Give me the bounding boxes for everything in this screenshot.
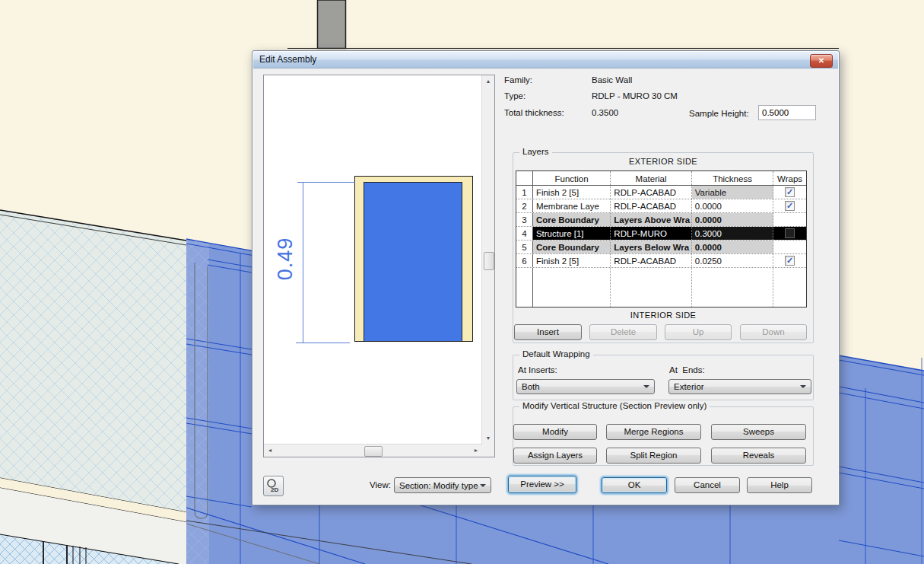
layer-cell[interactable]: 3 bbox=[516, 213, 533, 226]
dialog-titlebar[interactable]: Edit Assembly ✕ bbox=[253, 52, 838, 69]
modify-vertical-group: Modify Vertical Structure (Section Previ… bbox=[513, 406, 814, 466]
layer-cell[interactable]: 2 bbox=[516, 199, 533, 212]
layer-cell[interactable]: 0.0000 bbox=[692, 213, 773, 226]
sample-height-label: Sample Height: bbox=[689, 109, 749, 118]
type-label: Type: bbox=[504, 91, 526, 100]
split-region-button[interactable]: Split Region bbox=[606, 448, 701, 464]
delete-button[interactable]: Delete bbox=[589, 324, 657, 340]
layer-cell[interactable]: RDLP-MURO bbox=[611, 227, 691, 240]
scroll-right-icon[interactable]: ► bbox=[470, 445, 482, 457]
dimension-line bbox=[303, 182, 303, 343]
layer-cell[interactable]: 0.3000 bbox=[692, 227, 773, 240]
total-thickness-label: Total thickness: bbox=[504, 108, 564, 117]
up-button[interactable]: Up bbox=[665, 324, 732, 340]
wraps-checkbox-dark[interactable] bbox=[785, 228, 795, 238]
edit-assembly-dialog: Edit Assembly ✕ 0.49 ▲ ▼ ◄ ► bbox=[252, 50, 840, 505]
layer-cell[interactable]: Membrane Laye bbox=[533, 199, 611, 212]
sample-height-input[interactable] bbox=[758, 105, 816, 120]
header-material: Material bbox=[611, 171, 691, 185]
wraps-cell[interactable] bbox=[773, 213, 806, 226]
preview-wall-core-layer bbox=[364, 182, 462, 341]
sweeps-button[interactable]: Sweeps bbox=[711, 424, 806, 440]
chevron-down-icon bbox=[800, 385, 806, 388]
layer-cell[interactable]: RDLP-ACABAD bbox=[611, 199, 691, 212]
wraps-cell[interactable]: ✓ bbox=[773, 186, 806, 199]
preview-2d-button[interactable]: 2D bbox=[263, 476, 284, 496]
layer-cell[interactable]: 0.0000 bbox=[692, 241, 773, 253]
layers-table-header: Function Material Thickness Wraps bbox=[516, 171, 806, 186]
family-label: Family: bbox=[504, 75, 532, 84]
preview-horizontal-scrollbar[interactable]: ◄ ► bbox=[264, 444, 482, 457]
layer-row-5[interactable]: 5Core BoundaryLayers Below Wra0.0000 bbox=[516, 241, 806, 254]
layer-cell[interactable]: Finish 2 [5] bbox=[533, 186, 611, 199]
wraps-cell[interactable]: ✓ bbox=[773, 254, 806, 267]
layer-cell[interactable]: RDLP-ACABAD bbox=[611, 254, 691, 267]
insert-button[interactable]: Insert bbox=[514, 324, 582, 340]
header-function: Function bbox=[533, 171, 611, 185]
preview-wall-finish-layer bbox=[354, 176, 473, 342]
merge-regions-button[interactable]: Merge Regions bbox=[606, 424, 701, 440]
layer-row-2[interactable]: 2Membrane LayeRDLP-ACABAD0.0000✓ bbox=[516, 199, 806, 213]
layer-cell[interactable]: 4 bbox=[516, 227, 533, 240]
at-inserts-combo[interactable]: Both bbox=[516, 379, 655, 394]
layer-row-1[interactable]: 1Finish 2 [5]RDLP-ACABADVariable✓ bbox=[516, 186, 806, 199]
layer-cell[interactable]: 0.0250 bbox=[692, 254, 773, 267]
dimension-tick-top bbox=[297, 182, 355, 183]
layer-cell[interactable]: Layers Below Wra bbox=[611, 241, 691, 253]
reveals-button[interactable]: Reveals bbox=[711, 448, 806, 464]
wraps-checkbox-checked[interactable]: ✓ bbox=[785, 187, 795, 197]
layer-cell[interactable]: RDLP-ACABAD bbox=[611, 186, 691, 199]
revit-screen: Edit Assembly ✕ 0.49 ▲ ▼ ◄ ► bbox=[0, 0, 924, 564]
cancel-button[interactable]: Cancel bbox=[675, 477, 740, 493]
default-wrapping-group: Default Wrapping At Inserts: Both At End… bbox=[513, 355, 814, 400]
layer-cell[interactable]: 5 bbox=[516, 241, 533, 253]
scroll-up-icon[interactable]: ▲ bbox=[482, 75, 494, 88]
horizontal-scroll-thumb[interactable] bbox=[364, 446, 383, 457]
interior-side-label: INTERIOR SIDE bbox=[513, 311, 813, 320]
header-num bbox=[516, 171, 533, 185]
wraps-cell[interactable]: ✓ bbox=[773, 199, 806, 212]
section-preview-pane[interactable]: 0.49 ▲ ▼ ◄ ► bbox=[263, 75, 495, 457]
scroll-down-icon[interactable]: ▼ bbox=[482, 432, 494, 445]
chevron-down-icon bbox=[643, 385, 649, 388]
down-button[interactable]: Down bbox=[740, 324, 807, 340]
layer-row-6[interactable]: 6Finish 2 [5]RDLP-ACABAD0.0250✓ bbox=[516, 254, 806, 268]
at-ends-label: At Ends: bbox=[669, 365, 705, 374]
view-combo[interactable]: Section: Modify type bbox=[394, 477, 491, 493]
layers-group: Layers EXTERIOR SIDE Function Material T… bbox=[513, 152, 814, 343]
layer-cell[interactable]: 0.0000 bbox=[692, 199, 773, 212]
header-wraps: Wraps bbox=[773, 171, 806, 185]
default-wrapping-label: Default Wrapping bbox=[519, 349, 593, 358]
wraps-checkbox-checked[interactable]: ✓ bbox=[785, 201, 795, 211]
modify-vertical-label: Modify Vertical Structure (Section Previ… bbox=[519, 401, 710, 410]
layer-cell[interactable]: Core Boundary bbox=[533, 241, 611, 253]
exterior-side-label: EXTERIOR SIDE bbox=[513, 157, 813, 166]
at-ends-combo[interactable]: Exterior bbox=[668, 379, 811, 394]
close-icon[interactable]: ✕ bbox=[810, 54, 833, 68]
wraps-checkbox-checked[interactable]: ✓ bbox=[785, 256, 795, 266]
layer-row-3[interactable]: 3Core BoundaryLayers Above Wra0.0000 bbox=[516, 213, 806, 227]
layer-cell[interactable]: Structure [1] bbox=[533, 227, 611, 240]
layer-cell[interactable]: Layers Above Wra bbox=[611, 213, 691, 226]
wraps-cell[interactable] bbox=[773, 227, 806, 240]
wraps-cell[interactable] bbox=[773, 241, 806, 253]
layer-cell[interactable]: Core Boundary bbox=[533, 213, 611, 226]
dialog-title: Edit Assembly bbox=[259, 54, 316, 65]
layers-table-filler bbox=[516, 268, 806, 307]
layer-cell[interactable]: Finish 2 [5] bbox=[533, 254, 611, 267]
layer-cell[interactable]: 6 bbox=[516, 254, 533, 267]
scroll-left-icon[interactable]: ◄ bbox=[264, 445, 276, 457]
modify-button[interactable]: Modify bbox=[513, 424, 597, 440]
preview-vertical-scrollbar[interactable]: ▲ ▼ bbox=[481, 75, 494, 445]
layer-cell[interactable]: 1 bbox=[516, 186, 533, 199]
dimension-value: 0.49 bbox=[274, 213, 297, 304]
layer-cell[interactable]: Variable bbox=[692, 186, 773, 199]
at-ends-value: Exterior bbox=[674, 382, 704, 391]
vertical-scroll-thumb[interactable] bbox=[484, 252, 494, 270]
ok-button[interactable]: OK bbox=[602, 477, 667, 493]
assign-layers-button[interactable]: Assign Layers bbox=[513, 448, 597, 464]
preview-toggle-button[interactable]: Preview >> bbox=[508, 476, 576, 493]
layer-row-4[interactable]: 4Structure [1]RDLP-MURO0.3000 bbox=[516, 227, 806, 241]
scene-glass-plane bbox=[0, 210, 186, 512]
help-button[interactable]: Help bbox=[747, 477, 812, 493]
